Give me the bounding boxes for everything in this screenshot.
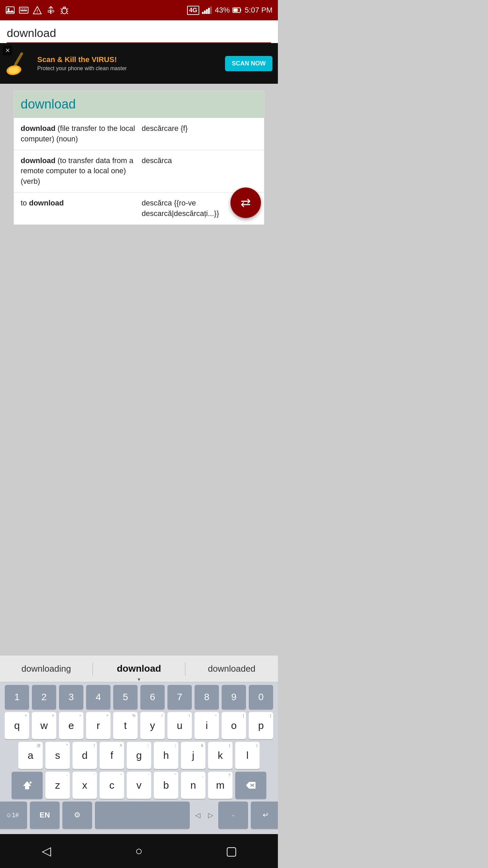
- ad-title: Scan & Kill the VIRUS!: [37, 55, 225, 64]
- key-7[interactable]: 7: [167, 685, 192, 709]
- dict-entry-right-1: descărcare {f}: [142, 123, 257, 134]
- key-d[interactable]: !d: [73, 742, 97, 769]
- key-v[interactable]: 'v: [127, 772, 151, 799]
- key-n[interactable]: ,n: [181, 772, 205, 799]
- key-f[interactable]: #f: [100, 742, 124, 769]
- number-row: 1 2 3 4 5 6 7 8 9 0: [2, 685, 276, 709]
- status-icons-left: !: [5, 5, 69, 15]
- back-button[interactable]: ◁: [36, 841, 57, 861]
- key-s[interactable]: *s: [45, 742, 70, 769]
- svg-rect-27: [204, 11, 206, 14]
- bottom-navigation: ◁ ○ ▢: [0, 834, 278, 868]
- cursor-right-icon: ▷: [205, 802, 216, 829]
- svg-rect-29: [208, 8, 210, 14]
- chevron-down-icon: ▾: [138, 676, 140, 683]
- space-key[interactable]: [95, 802, 190, 829]
- emoji-key[interactable]: ☺1#: [0, 802, 27, 829]
- key-z[interactable]: -z: [45, 772, 70, 799]
- key-g[interactable]: :g: [127, 742, 151, 769]
- dict-entry-left-1: download (file transfer to the local com…: [21, 123, 142, 144]
- dict-headword: download: [21, 97, 76, 111]
- shift-key[interactable]: [12, 772, 43, 799]
- key-j[interactable]: &j: [181, 742, 205, 769]
- recents-button[interactable]: ▢: [221, 841, 242, 861]
- key-w[interactable]: ×w: [32, 712, 56, 739]
- row-qwerty: +q ×w ÷e =r %t /y \u ~i [o ]p: [2, 712, 276, 739]
- svg-rect-15: [48, 11, 50, 12]
- key-l[interactable]: )l: [235, 742, 260, 769]
- row-bottom: ☺1# EN ⚙ ◁ ▷ · ↵: [2, 802, 276, 829]
- keyboard: 1 2 3 4 5 6 7 8 9 0 +q ×w ÷e =r %t /y \u…: [0, 682, 278, 834]
- key-a[interactable]: @a: [18, 742, 43, 769]
- fab-translate-button[interactable]: ⇄: [230, 188, 261, 218]
- key-9[interactable]: 9: [222, 685, 246, 709]
- svg-point-39: [29, 782, 32, 784]
- key-q[interactable]: +q: [5, 712, 29, 739]
- network-type: 4G: [187, 6, 199, 15]
- settings-key[interactable]: ⚙: [62, 802, 92, 829]
- home-button[interactable]: ○: [129, 841, 149, 861]
- key-x[interactable]: 'x: [73, 772, 97, 799]
- key-u[interactable]: \u: [167, 712, 192, 739]
- dict-row-1: download (file transfer to the local com…: [14, 118, 264, 150]
- bug-icon: [60, 5, 69, 15]
- key-h[interactable]: ;h: [154, 742, 178, 769]
- period-key[interactable]: ·: [218, 802, 248, 829]
- key-3[interactable]: 3: [59, 685, 83, 709]
- key-4[interactable]: 4: [86, 685, 110, 709]
- key-r[interactable]: =r: [86, 712, 110, 739]
- autocomplete-bar: downloading download downloaded ▾: [0, 655, 278, 682]
- scan-now-button[interactable]: SCAN NOW: [225, 56, 272, 71]
- ad-banner: ✕ Scan & Kill the VIRUS! Protect your ph…: [0, 43, 278, 84]
- dictionary-container: download download (file transfer to the …: [14, 91, 264, 225]
- dict-header: download: [14, 91, 264, 118]
- key-0[interactable]: 0: [249, 685, 273, 709]
- key-5[interactable]: 5: [113, 685, 138, 709]
- svg-rect-26: [202, 12, 204, 14]
- enter-key[interactable]: ↵: [251, 802, 278, 829]
- svg-line-24: [67, 13, 68, 14]
- backspace-key[interactable]: [235, 772, 266, 799]
- dict-entry-right-2: descărca: [142, 156, 257, 166]
- svg-line-23: [61, 13, 62, 14]
- svg-rect-6: [25, 8, 26, 9]
- svg-rect-5: [24, 8, 25, 9]
- key-1[interactable]: 1: [5, 685, 29, 709]
- svg-rect-8: [21, 10, 26, 11]
- autocomplete-left[interactable]: downloading: [0, 655, 93, 682]
- dict-row-2: download (to transfer data from a remote…: [14, 150, 264, 192]
- svg-rect-7: [20, 10, 21, 11]
- key-i[interactable]: ~i: [195, 712, 219, 739]
- svg-point-16: [52, 10, 54, 12]
- autocomplete-right[interactable]: downloaded: [185, 655, 278, 682]
- svg-rect-9: [26, 10, 27, 11]
- key-2[interactable]: 2: [32, 685, 56, 709]
- image-icon: [5, 5, 15, 15]
- key-y[interactable]: /y: [140, 712, 165, 739]
- key-t[interactable]: %t: [113, 712, 138, 739]
- svg-text:!: !: [37, 8, 38, 14]
- translate-icon: ⇄: [241, 196, 251, 210]
- ad-close-button[interactable]: ✕: [3, 46, 12, 55]
- key-6[interactable]: 6: [140, 685, 165, 709]
- key-m[interactable]: ?m: [208, 772, 232, 799]
- keyboard-icon: [19, 5, 28, 15]
- key-b[interactable]: "b: [154, 772, 178, 799]
- content-area: [0, 232, 278, 655]
- svg-rect-30: [210, 6, 212, 14]
- search-input[interactable]: download: [7, 26, 271, 43]
- key-k[interactable]: (k: [208, 742, 232, 769]
- key-e[interactable]: ÷e: [59, 712, 83, 739]
- language-key[interactable]: EN: [30, 802, 60, 829]
- svg-point-17: [50, 13, 52, 14]
- svg-marker-40: [246, 782, 256, 789]
- svg-rect-35: [14, 52, 23, 66]
- key-c[interactable]: "c: [100, 772, 124, 799]
- ad-subtitle: Protect your phone with clean master: [37, 65, 225, 72]
- key-8[interactable]: 8: [195, 685, 219, 709]
- key-o[interactable]: [o: [222, 712, 246, 739]
- clock: 5:07 PM: [245, 6, 272, 15]
- key-p[interactable]: ]p: [249, 712, 273, 739]
- ad-text: Scan & Kill the VIRUS! Protect your phon…: [37, 55, 225, 72]
- status-bar: !: [0, 0, 278, 20]
